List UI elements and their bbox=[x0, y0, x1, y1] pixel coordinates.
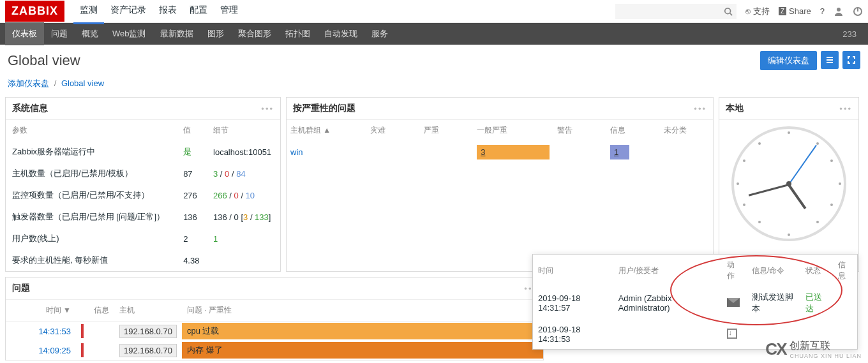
sev-info-cell[interactable]: 1 bbox=[610, 145, 629, 159]
prob-host[interactable]: 192.168.0.70 bbox=[114, 322, 182, 341]
svg-point-2 bbox=[837, 8, 841, 11]
sysinfo-value: 是 bbox=[177, 141, 207, 163]
subnav-dashboard[interactable]: 仪表板 bbox=[5, 22, 44, 45]
watermark: CX 创新互联 CHUANG XIN HU LIAN bbox=[765, 339, 862, 359]
sev-th-warn[interactable]: 警告 bbox=[553, 120, 607, 141]
top-menu-reports[interactable]: 报表 bbox=[153, 0, 183, 24]
prob-th-info[interactable]: 信息 bbox=[89, 300, 114, 322]
sysinfo-th-detail: 细节 bbox=[207, 120, 280, 141]
prob-time[interactable]: 14:31:53 bbox=[6, 322, 76, 341]
sev-th-unclass[interactable]: 未分类 bbox=[660, 120, 714, 141]
subnav-problems[interactable]: 问题 bbox=[44, 22, 75, 45]
sysinfo-detail: 3 / 0 / 84 bbox=[207, 163, 280, 184]
subnav-latest[interactable]: 最新数据 bbox=[153, 22, 200, 45]
prob-host[interactable]: 192.168.0.70 bbox=[114, 341, 182, 360]
tt-user: Admin (Zabbix Administrator) bbox=[613, 286, 722, 320]
support-link[interactable]: ⎋支持 bbox=[745, 6, 770, 17]
tt-status: 已送达 bbox=[800, 286, 833, 320]
tt-action bbox=[722, 320, 747, 349]
prob-th-desc[interactable]: 问题 · 严重性 bbox=[182, 300, 543, 322]
sysinfo-row: 触发器数量（已启用/已禁用 [问题/正常]）136136 / 0 [3 / 13… bbox=[6, 206, 280, 228]
severity-table: 主机群组 ▲ 灾难 严重 一般严重 警告 信息 未分类 win 3 1 bbox=[287, 120, 713, 163]
watermark-sub: CHUANG XIN HU LIAN bbox=[789, 353, 862, 359]
top-menu-monitoring[interactable]: 监测 bbox=[73, 0, 104, 24]
subnav-services[interactable]: 服务 bbox=[364, 22, 395, 45]
sev-group-link[interactable]: win bbox=[290, 147, 303, 157]
top-menu-admin[interactable]: 管理 bbox=[214, 0, 244, 24]
sysinfo-value: 136 bbox=[177, 206, 207, 228]
prob-desc[interactable]: 内存 爆了 bbox=[182, 341, 543, 360]
severity-menu-icon[interactable]: ••• bbox=[694, 104, 707, 114]
breadcrumb-root[interactable]: 添加仪表盘 bbox=[8, 78, 49, 88]
power-icon[interactable] bbox=[853, 6, 863, 17]
sysinfo-detail: localhost:10051 bbox=[207, 141, 280, 163]
prob-info bbox=[89, 322, 114, 341]
user-icon[interactable] bbox=[834, 6, 844, 17]
problem-row[interactable]: 14:31:53 192.168.0.70 cpu 过载 bbox=[6, 322, 543, 341]
subnav-discovery[interactable]: 自动发现 bbox=[317, 22, 364, 45]
sysinfo-value: 4.38 bbox=[177, 249, 207, 271]
sev-th-info[interactable]: 信息 bbox=[606, 120, 660, 141]
page-actions: 编辑仪表盘 bbox=[760, 51, 860, 70]
breadcrumb-current[interactable]: Global view bbox=[61, 78, 104, 88]
page-title: Global view bbox=[8, 52, 80, 69]
sysinfo-row: 主机数量（已启用/已禁用/模板）873 / 0 / 84 bbox=[6, 163, 280, 184]
problems-table: 时间 ▼ 信息 主机 问题 · 严重性 14:31:53 192.168.0.7… bbox=[6, 300, 543, 360]
edit-dashboard-button[interactable]: 编辑仪表盘 bbox=[760, 51, 817, 70]
sev-th-average[interactable]: 一般严重 bbox=[473, 120, 553, 141]
prob-time[interactable]: 14:09:25 bbox=[6, 341, 76, 360]
watermark-logo-icon: CX bbox=[765, 339, 786, 359]
clock-menu-icon[interactable]: ••• bbox=[839, 104, 852, 114]
list-view-button[interactable] bbox=[821, 51, 839, 69]
sysinfo-menu-icon[interactable]: ••• bbox=[261, 104, 274, 114]
mail-icon bbox=[727, 298, 740, 307]
top-menu: 监测 资产记录 报表 配置 管理 bbox=[73, 0, 244, 24]
prob-th-host[interactable]: 主机 bbox=[114, 300, 182, 322]
top-menu-inventory[interactable]: 资产记录 bbox=[104, 0, 153, 24]
sysinfo-th-value: 值 bbox=[177, 120, 207, 141]
tt-time: 2019-09-18 14:31:53 bbox=[533, 320, 613, 349]
tt-th-time: 时间 bbox=[533, 255, 613, 286]
svg-point-0 bbox=[725, 8, 731, 13]
sev-th-high[interactable]: 严重 bbox=[420, 120, 474, 141]
sev-average-cell[interactable]: 3 bbox=[477, 145, 549, 159]
search-icon[interactable] bbox=[724, 7, 733, 16]
prob-desc[interactable]: cpu 过载 bbox=[182, 322, 543, 341]
prob-info bbox=[89, 341, 114, 360]
subnav-graphs[interactable]: 图形 bbox=[200, 22, 231, 45]
problems-title: 问题 bbox=[12, 283, 30, 294]
fullscreen-button[interactable] bbox=[842, 51, 860, 69]
sysinfo-detail: 266 / 0 / 10 bbox=[207, 184, 280, 206]
tt-action bbox=[722, 286, 747, 320]
svg-line-1 bbox=[730, 13, 733, 15]
sev-th-group[interactable]: 主机群组 ▲ bbox=[287, 120, 366, 141]
share-link[interactable]: ZShare bbox=[779, 6, 811, 16]
calendar-icon bbox=[727, 329, 737, 339]
top-right: ⎋支持 ZShare ? bbox=[615, 4, 863, 19]
sub-nav: 仪表板 问题 概览 Web监测 最新数据 图形 聚合图形 拓扑图 自动发现 服务… bbox=[0, 23, 868, 45]
sysinfo-th-param: 参数 bbox=[6, 120, 177, 141]
search-input[interactable] bbox=[615, 4, 737, 19]
sysinfo-param: 触发器数量（已启用/已禁用 [问题/正常]） bbox=[6, 206, 177, 228]
sev-th-disaster[interactable]: 灾难 bbox=[366, 120, 420, 141]
subnav-screens[interactable]: 聚合图形 bbox=[231, 22, 278, 45]
tt-th-user: 用户/接受者 bbox=[613, 255, 722, 286]
tt-info bbox=[833, 286, 857, 320]
tt-time: 2019-09-18 14:31:57 bbox=[533, 286, 613, 320]
top-nav: ZABBIX 监测 资产记录 报表 配置 管理 ⎋支持 ZShare ? bbox=[0, 0, 868, 23]
logo[interactable]: ZABBIX bbox=[5, 1, 64, 22]
clock-hour-hand bbox=[788, 184, 806, 209]
top-menu-config[interactable]: 配置 bbox=[183, 0, 214, 24]
help-icon[interactable]: ? bbox=[820, 6, 825, 16]
subnav-maps[interactable]: 拓扑图 bbox=[278, 22, 317, 45]
sysinfo-value: 2 bbox=[177, 228, 207, 249]
severity-row: win 3 1 bbox=[287, 141, 713, 163]
widget-problems: 问题 ••• 时间 ▼ 信息 主机 问题 · 严重性 14:31:53 192.… bbox=[5, 277, 544, 360]
prob-marker bbox=[76, 322, 89, 341]
clock-face bbox=[731, 126, 846, 241]
subnav-overview[interactable]: 概览 bbox=[75, 22, 105, 45]
clock-second-hand bbox=[788, 145, 817, 185]
problem-row[interactable]: 14:09:25 192.168.0.70 内存 爆了 bbox=[6, 341, 543, 360]
subnav-web[interactable]: Web监测 bbox=[105, 22, 153, 45]
prob-th-time[interactable]: 时间 ▼ bbox=[6, 300, 76, 322]
